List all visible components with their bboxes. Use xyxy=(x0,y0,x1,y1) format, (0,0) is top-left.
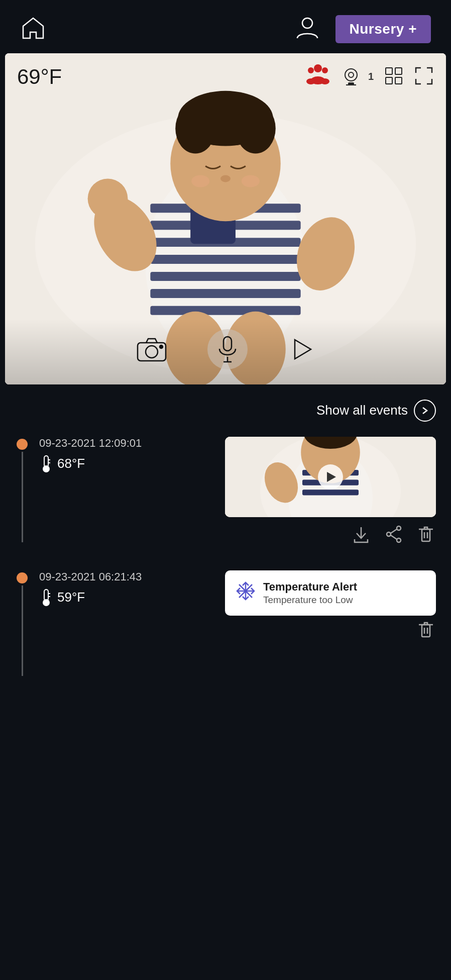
delete-button-1[interactable] xyxy=(418,525,434,545)
event-right-2: Temperature Alert Temperature too Low xyxy=(225,570,436,641)
svg-point-58 xyxy=(397,526,401,530)
fullscreen-icon[interactable] xyxy=(414,66,434,88)
svg-rect-63 xyxy=(422,529,430,541)
svg-point-31 xyxy=(349,72,354,77)
event-dot-1 xyxy=(17,439,28,450)
snowflake-icon xyxy=(236,581,255,605)
event-item-2: 09-23-2021 06:21:43 59°F xyxy=(15,570,436,676)
home-icon[interactable] xyxy=(20,15,46,43)
svg-rect-7 xyxy=(150,255,300,264)
event-actions-1 xyxy=(225,525,436,545)
svg-rect-8 xyxy=(150,272,300,281)
svg-rect-34 xyxy=(386,68,392,74)
alert-subtitle: Temperature too Low xyxy=(263,595,357,606)
event-item: 09-23-2021 12:09:01 68°F xyxy=(15,437,436,555)
alert-card: Temperature Alert Temperature too Low xyxy=(225,570,436,616)
show-all-button[interactable]: Show all events xyxy=(316,400,436,422)
show-all-row: Show all events xyxy=(15,400,436,422)
play-button[interactable] xyxy=(288,336,315,363)
event-timeline-1 xyxy=(15,437,29,542)
svg-rect-45 xyxy=(44,456,48,467)
svg-point-14 xyxy=(175,104,215,154)
share-button[interactable] xyxy=(385,525,403,545)
svg-point-24 xyxy=(314,64,322,72)
event-thumbnail-1[interactable] xyxy=(225,437,436,517)
event-temp-value-2: 59°F xyxy=(57,590,85,605)
grid-icon[interactable] xyxy=(384,66,404,88)
event-meta-2: 09-23-2021 06:21:43 59°F xyxy=(39,570,215,607)
svg-rect-41 xyxy=(223,337,232,351)
download-button[interactable] xyxy=(353,525,370,545)
mic-button[interactable] xyxy=(207,329,248,369)
svg-point-26 xyxy=(322,67,328,73)
svg-point-15 xyxy=(236,104,276,154)
svg-point-18 xyxy=(242,175,260,187)
svg-rect-66 xyxy=(44,590,48,601)
show-all-label: Show all events xyxy=(316,403,408,418)
alert-text: Temperature Alert Temperature too Low xyxy=(263,580,357,606)
event-datetime-1: 09-23-2021 12:09:01 xyxy=(39,437,215,450)
video-overlay-top: 69°F xyxy=(5,53,446,100)
event-timeline-2 xyxy=(15,570,29,676)
svg-point-40 xyxy=(160,345,163,348)
svg-line-62 xyxy=(391,535,397,539)
event-line-2 xyxy=(22,585,23,676)
delete-button-2[interactable] xyxy=(418,621,434,641)
video-feed: 69°F xyxy=(5,53,446,384)
webcam-count: 1 xyxy=(368,71,374,82)
event-temp-1: 68°F xyxy=(39,455,215,473)
svg-point-0 xyxy=(302,18,312,28)
svg-point-28 xyxy=(306,78,315,84)
svg-point-16 xyxy=(220,175,231,182)
svg-point-59 xyxy=(387,532,391,536)
play-triangle-icon xyxy=(327,472,336,482)
event-temp-2: 59°F xyxy=(39,589,215,607)
header-left xyxy=(20,15,46,43)
svg-marker-44 xyxy=(295,340,311,359)
svg-rect-35 xyxy=(395,68,402,74)
header-right: Nursery + xyxy=(294,15,431,43)
next-icon xyxy=(414,400,436,422)
play-circle-1 xyxy=(318,464,343,489)
event-delete-row-2 xyxy=(225,621,436,641)
events-section: Show all events 09-23-2021 12:09:01 xyxy=(0,384,451,676)
event-right-1 xyxy=(225,437,436,555)
event-line-1 xyxy=(22,452,23,542)
alert-title: Temperature Alert xyxy=(263,580,357,594)
svg-point-67 xyxy=(43,600,49,606)
svg-rect-36 xyxy=(386,77,392,84)
svg-line-61 xyxy=(391,529,397,533)
svg-point-25 xyxy=(308,67,314,73)
event-meta-1: 09-23-2021 12:09:01 68°F xyxy=(39,437,215,473)
event-datetime-2: 09-23-2021 06:21:43 xyxy=(39,570,215,583)
temperature-display: 69°F xyxy=(17,65,62,89)
svg-point-20 xyxy=(88,178,128,219)
svg-point-60 xyxy=(397,538,401,542)
event-temp-value-1: 68°F xyxy=(57,456,85,471)
svg-rect-37 xyxy=(395,77,402,84)
svg-point-17 xyxy=(191,175,209,187)
header: Nursery + xyxy=(0,0,451,53)
svg-point-39 xyxy=(146,346,158,358)
camera-button[interactable] xyxy=(136,336,167,363)
people-icon[interactable] xyxy=(306,63,330,90)
svg-point-29 xyxy=(320,78,329,84)
video-icons: 1 xyxy=(306,63,434,90)
nursery-button[interactable]: Nursery + xyxy=(335,15,431,43)
svg-rect-9 xyxy=(150,289,300,298)
svg-point-46 xyxy=(43,466,49,472)
person-icon[interactable] xyxy=(294,15,320,43)
svg-point-30 xyxy=(345,69,357,81)
video-controls xyxy=(5,319,446,384)
event-dot-2 xyxy=(17,572,28,583)
svg-rect-54 xyxy=(302,489,359,495)
svg-rect-74 xyxy=(422,625,430,637)
webcam-icon[interactable] xyxy=(340,65,362,89)
svg-rect-10 xyxy=(150,306,300,315)
